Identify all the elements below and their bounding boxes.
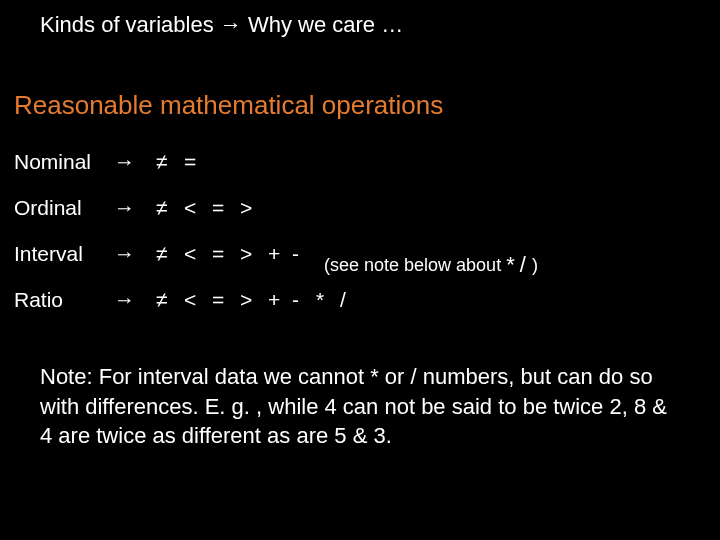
op-symbol: = [184, 150, 212, 174]
op-symbol: / [340, 288, 364, 312]
op-symbol: < [184, 242, 212, 266]
op-symbol: / [520, 252, 532, 277]
row-label-interval: Interval [14, 242, 114, 266]
op-symbol: ≠ [156, 288, 184, 312]
op-symbol: * [316, 288, 340, 312]
op-symbol: ≠ [156, 150, 184, 174]
op-symbol: * [506, 252, 515, 277]
op-symbol: < [184, 288, 212, 312]
op-symbol: > [240, 242, 268, 266]
op-symbol: = [212, 288, 240, 312]
interval-inline-note: (see note below about * / ) [320, 252, 538, 278]
arrow-icon: → [114, 288, 156, 312]
title-text-pre: Kinds of variables [40, 12, 220, 37]
footnote: Note: For interval data we cannot * or /… [40, 362, 670, 451]
slide-title: Kinds of variables → Why we care … [40, 12, 403, 38]
op-symbol: > [240, 288, 268, 312]
table-row: Ratio → ≠ < = > + - * / [14, 288, 706, 334]
slide: Kinds of variables → Why we care … Reaso… [0, 0, 720, 540]
op-symbol: = [212, 196, 240, 220]
row-label-ratio: Ratio [14, 288, 114, 312]
title-text-post: Why we care … [242, 12, 403, 37]
op-symbol: ≠ [156, 196, 184, 220]
operations-table: Nominal → ≠ = Ordinal → ≠ < = > Interval… [14, 150, 706, 334]
arrow-icon: → [114, 150, 156, 174]
note-text: (see note below about [324, 255, 506, 275]
arrow-icon: → [114, 242, 156, 266]
arrow-icon: → [114, 196, 156, 220]
table-row: Interval → ≠ < = > + - (see note below a… [14, 242, 706, 288]
op-symbol: < [184, 196, 212, 220]
op-symbol: - [292, 288, 316, 312]
op-symbol: - [292, 242, 320, 266]
table-row: Ordinal → ≠ < = > [14, 196, 706, 242]
table-row: Nominal → ≠ = [14, 150, 706, 196]
arrow-icon: → [220, 12, 242, 37]
op-symbol: + [268, 242, 292, 266]
row-label-ordinal: Ordinal [14, 196, 114, 220]
op-symbol: = [212, 242, 240, 266]
row-label-nominal: Nominal [14, 150, 114, 174]
op-symbol: > [240, 196, 268, 220]
note-text: ) [532, 255, 538, 275]
op-symbol: + [268, 288, 292, 312]
slide-subtitle: Reasonable mathematical operations [14, 90, 443, 121]
op-symbol: ≠ [156, 242, 184, 266]
